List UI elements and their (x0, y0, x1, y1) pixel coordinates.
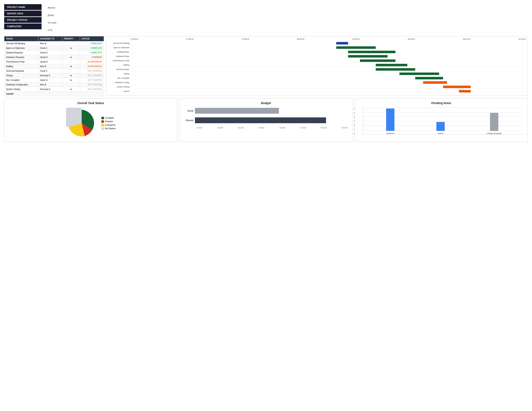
y-axis-labels: 6 5 4 3 2 1 0 (354, 108, 355, 135)
gantt-track (131, 63, 526, 67)
gantt-bar (376, 64, 407, 66)
gantt-track (131, 54, 526, 58)
gantt-bar (360, 59, 395, 62)
legend-complete: Complete (101, 117, 115, 119)
priority: ★ (62, 64, 80, 69)
gantt-bar (443, 86, 471, 88)
task-name: Detailed Requests (4, 50, 38, 55)
launch-label: Launch (4, 92, 104, 96)
gantt-date: 17-08-22 (186, 38, 194, 40)
gantt-track (131, 89, 526, 93)
task-name: Testing (4, 73, 38, 78)
gantt-task-label: Dev. Complete (108, 77, 131, 79)
pie-legend: Complete Overdue In progress Not Started (101, 117, 115, 130)
gantt-chart: 07-08-2217-08-2227-08-2206-09-2216-09-22… (106, 36, 528, 96)
table-row: Detailed Requests Jacob S. COMPLETE (4, 50, 104, 55)
gantt-task-label: Hardward Reqs. (108, 55, 131, 57)
status-cell: NOT STARTED (80, 78, 104, 83)
task-name: Technical Requests (4, 69, 38, 73)
gantt-track (131, 76, 526, 80)
assigned-to: Kennedy K. (38, 73, 62, 78)
gantt-row: Hardward Reqs. (108, 54, 526, 58)
axis-40k: 40,000 (238, 127, 244, 129)
table-row: Final Resource Plan Jacob S. IN PROGRESS (4, 60, 104, 64)
gantt-track (131, 41, 526, 45)
launch-row: Launch (4, 92, 104, 96)
report-date-value: [Date] (48, 12, 57, 19)
actual-label: Actual (185, 110, 195, 112)
task-name: Staffing (4, 64, 38, 69)
completed-label: COMPLETED (4, 23, 42, 29)
y1: 1 (354, 128, 355, 131)
gantt-row: Testing (108, 72, 526, 76)
gantt-row: System Testing (108, 85, 526, 89)
priority: ★ (62, 87, 80, 92)
actions-bar (437, 122, 445, 131)
gantt-row: Techincal Reqs. (108, 67, 526, 71)
priority (62, 60, 80, 64)
decisions-label: Decisions (386, 132, 394, 134)
actual-bar-container (195, 108, 347, 114)
complete-label: Complete (105, 117, 114, 119)
status-cell: NOT STARTED (80, 69, 104, 73)
tasks-col-header: TASKS (4, 36, 38, 41)
y0: 0 (354, 133, 355, 135)
gantt-bar (415, 77, 443, 79)
change-requests-group: Change Requests (487, 113, 502, 134)
legend-notstarted: Not Started (101, 127, 115, 130)
gantt-bar (459, 90, 471, 93)
report-date-label: REPORT DATE (4, 10, 42, 16)
task-name: Set Kick-Off Meeting (4, 41, 38, 46)
status-cell: IN PROGRESS (80, 60, 104, 64)
gantt-task-label: Detailed Reqs. (108, 51, 131, 53)
gantt-bar (376, 68, 415, 71)
gantt-bar (399, 73, 439, 75)
assigned-to: Alex B. (38, 41, 62, 46)
axis-90k: 90,000 (342, 127, 347, 129)
gantt-task-label: Set kick-off meeting (108, 42, 131, 44)
gantt-task-label: System Testing (108, 86, 131, 88)
change-requests-label: Change Requests (487, 132, 502, 134)
table-row: Hardware Requests Jacob S. ★ OVERDUE (4, 55, 104, 60)
pending-wrapper: 6 5 4 3 2 1 0 Decisions (358, 108, 525, 135)
assigned-to: Jacob S. (38, 55, 62, 60)
table-row: Technical Requests Frank C. NOT STARTED (4, 69, 104, 73)
planned-bar-container (195, 117, 347, 124)
priority (62, 83, 80, 87)
status-cell: OVERDUE (80, 55, 104, 60)
assigned-to: Jacob S. (38, 50, 62, 55)
y6: 6 (354, 108, 355, 110)
assigned-to: Kennedy K. (38, 87, 62, 92)
project-name-value: [Name] (48, 4, 57, 11)
axis-80k: 80,000 (321, 127, 327, 129)
gantt-bar (336, 42, 348, 45)
pie-chart-svg (66, 108, 97, 139)
actions-group: Actions (437, 122, 445, 134)
status-cell: IN PROGRESS (80, 64, 104, 69)
gantt-row: Dev. Complete (108, 76, 526, 80)
tasks-table: TASKS ASSIGNED TO PRIORITY STATUS Set Ki… (4, 36, 104, 96)
gantt-date: 26-09-22 (408, 38, 415, 40)
task-name: Hardware Configuration (4, 83, 38, 87)
gantt-row: Staffing (108, 63, 526, 67)
decisions-bar (386, 108, 394, 131)
gantt-bar (348, 51, 395, 53)
pending-chart-box: Pending Items 6 5 4 3 2 1 0 (355, 98, 528, 142)
y2: 2 (354, 124, 355, 126)
status-cell: NOT STARTED (80, 73, 104, 78)
complete-color (101, 117, 104, 119)
gantt-row: Agree on objectives (108, 46, 526, 49)
assigned-to: Jacob S. (38, 60, 62, 64)
gantt-track (131, 67, 526, 71)
completed-value: 27% (48, 27, 57, 33)
overdue-label: Overdue (105, 120, 113, 123)
actions-label: Actions (437, 132, 444, 134)
project-name-label: PROJECT NAME (4, 4, 42, 10)
assigned-to: Alex B. (38, 64, 62, 69)
priority (62, 41, 80, 46)
decisions-group: Decisions (386, 108, 394, 134)
status-cell: COMPLETE (80, 46, 104, 50)
gantt-track (131, 85, 526, 89)
budget-chart-box: Budget Actual Planned 20,000 30,000 40,0… (179, 98, 352, 142)
bars-area: Decisions Actions Change Requests (363, 108, 525, 135)
